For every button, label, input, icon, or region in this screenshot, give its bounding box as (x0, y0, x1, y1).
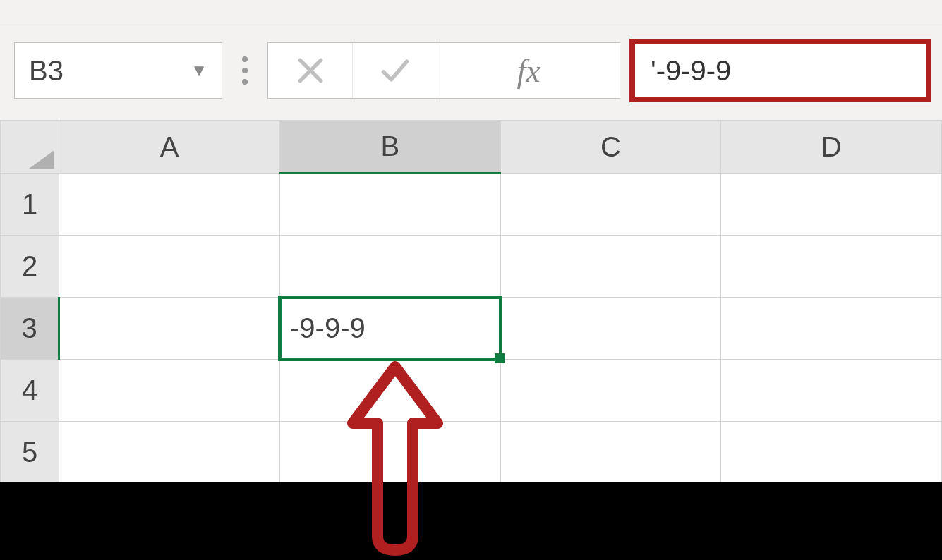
cell-A4[interactable] (59, 360, 280, 422)
cell-B5[interactable] (280, 422, 501, 484)
cell-C2[interactable] (500, 236, 721, 298)
cell-C5[interactable] (500, 422, 721, 484)
row-4: 4 (1, 360, 942, 422)
row-2: 2 (1, 236, 942, 298)
cell-A5[interactable] (59, 422, 280, 484)
column-header-A[interactable]: A (59, 121, 280, 174)
row-header-2[interactable]: 2 (1, 236, 59, 298)
row-5: 5 (1, 422, 942, 484)
cell-B2[interactable] (280, 236, 501, 298)
select-all-corner[interactable] (1, 121, 59, 174)
cancel-button[interactable] (268, 43, 353, 98)
dot-icon (242, 56, 248, 62)
cell-B3-value: -9-9-9 (290, 312, 366, 343)
confirm-button[interactable] (353, 43, 437, 98)
insert-function-button[interactable]: fx (437, 52, 620, 90)
cell-B4[interactable] (280, 360, 501, 422)
cell-D5[interactable] (721, 422, 942, 484)
name-box[interactable]: B3 ▼ (14, 42, 222, 99)
grid-table: A B C D 1 2 3 -9-9-9 (0, 120, 942, 484)
chevron-down-icon[interactable]: ▼ (191, 61, 207, 80)
top-border-bar (0, 0, 942, 28)
cell-D4[interactable] (721, 360, 942, 422)
row-header-1[interactable]: 1 (1, 174, 59, 236)
formula-input[interactable]: '-9-9-9 (633, 42, 928, 99)
cell-A1[interactable] (59, 174, 280, 236)
name-box-value: B3 (29, 55, 191, 87)
dot-icon (242, 68, 248, 73)
drag-handle-icon[interactable] (235, 56, 255, 85)
row-header-3[interactable]: 3 (1, 298, 59, 360)
cell-B1[interactable] (280, 174, 501, 236)
spreadsheet-grid: A B C D 1 2 3 -9-9-9 (0, 120, 942, 484)
cell-D2[interactable] (721, 236, 942, 298)
cell-C1[interactable] (500, 174, 721, 236)
cell-D1[interactable] (721, 174, 942, 236)
row-1: 1 (1, 174, 942, 236)
cell-C3[interactable] (500, 298, 721, 360)
checkmark-icon (380, 55, 411, 86)
formula-bar: B3 ▼ fx '-9-9-9 (0, 28, 942, 120)
cancel-icon (295, 55, 326, 86)
row-header-5[interactable]: 5 (1, 422, 59, 484)
formula-controls: fx (267, 42, 620, 99)
column-header-row: A B C D (1, 121, 942, 174)
dot-icon (242, 79, 248, 85)
formula-value: '-9-9-9 (651, 55, 731, 87)
cell-D3[interactable] (721, 298, 942, 360)
cell-A2[interactable] (59, 236, 280, 298)
fx-icon: fx (517, 52, 540, 90)
cell-C4[interactable] (500, 360, 721, 422)
row-3: 3 -9-9-9 (1, 298, 942, 360)
cell-B3[interactable]: -9-9-9 (280, 298, 501, 360)
bottom-black-bar (0, 482, 942, 560)
column-header-C[interactable]: C (500, 121, 721, 174)
cell-A3[interactable] (59, 298, 280, 360)
row-header-4[interactable]: 4 (1, 360, 59, 422)
column-header-D[interactable]: D (721, 121, 942, 174)
column-header-B[interactable]: B (280, 121, 501, 174)
